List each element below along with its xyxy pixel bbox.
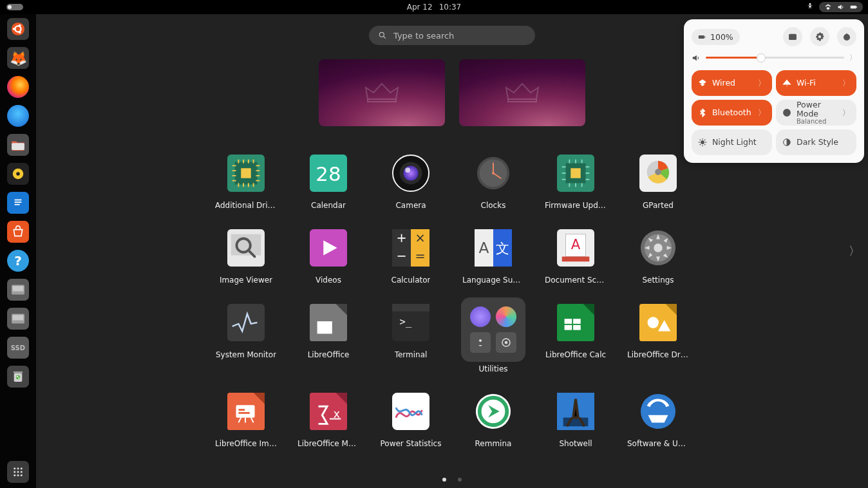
search-icon xyxy=(378,31,387,40)
app-label: LibreOffice Math xyxy=(297,439,359,448)
battery-pill[interactable]: 100% xyxy=(692,29,740,45)
system-status-area[interactable] xyxy=(819,2,863,12)
svg-point-49 xyxy=(655,169,661,175)
svg-point-25 xyxy=(14,471,15,473)
toggle-dark-style[interactable]: Dark Style xyxy=(776,129,856,155)
app-drivers[interactable]: Additional Driv… xyxy=(205,155,287,210)
search-input[interactable]: Type to search xyxy=(369,26,535,45)
app-label: Calendar xyxy=(311,201,346,210)
battery-icon xyxy=(850,3,858,11)
dock-app-files[interactable] xyxy=(7,134,29,156)
svg-text:A: A xyxy=(479,239,489,256)
app-lo-impress[interactable]: LibreOffice Imp… xyxy=(205,393,287,448)
next-page-arrow[interactable]: 〉 xyxy=(849,243,860,259)
toggle-wifi[interactable]: Wi-Fi 〉 xyxy=(776,70,856,96)
svg-point-88 xyxy=(648,317,659,328)
dock-app-trash[interactable] xyxy=(7,366,29,388)
app-shotwell[interactable]: Shotwell xyxy=(534,393,617,448)
app-camera[interactable]: Camera xyxy=(370,155,452,210)
app-imgview[interactable]: Image Viewer xyxy=(205,229,287,285)
dock-app-thunderbird[interactable] xyxy=(7,105,29,127)
app-swupd[interactable]: Software & Up… xyxy=(617,393,699,448)
svg-rect-18 xyxy=(13,315,24,320)
accessibility-icon[interactable] xyxy=(806,3,814,12)
app-docscan[interactable]: ADocument Scan… xyxy=(534,229,617,285)
app-label: Settings xyxy=(642,276,674,285)
app-remmina[interactable]: Remmina xyxy=(452,393,534,448)
workspace-2[interactable] xyxy=(459,59,585,126)
app-gparted[interactable]: GParted xyxy=(617,155,699,210)
app-videos[interactable]: Videos xyxy=(287,229,370,285)
svg-point-81 xyxy=(505,342,507,344)
app-sysmon[interactable]: System Monitor xyxy=(205,304,287,373)
settings-button[interactable] xyxy=(810,27,829,46)
toggle-wired[interactable]: Wired 〉 xyxy=(692,70,772,96)
workspace-1[interactable] xyxy=(319,59,445,126)
app-lo-start[interactable]: LibreOffice xyxy=(287,304,370,373)
svg-point-26 xyxy=(17,471,19,473)
svg-rect-14 xyxy=(15,204,20,205)
screenshot-button[interactable] xyxy=(783,27,802,46)
toggle-bluetooth[interactable]: Bluetooth 〉 xyxy=(692,100,772,126)
app-settings[interactable]: Settings xyxy=(617,229,699,285)
svg-point-10 xyxy=(16,172,20,176)
app-lo-draw[interactable]: LibreOffice Draw xyxy=(617,304,699,373)
dock-app-software[interactable] xyxy=(7,221,29,243)
page-dot-1[interactable] xyxy=(442,478,446,482)
topbar-date[interactable]: Apr 12 xyxy=(407,3,433,12)
svg-rect-101 xyxy=(699,35,704,39)
volume-slider[interactable]: 〉 xyxy=(692,53,856,62)
svg-rect-90 xyxy=(236,405,255,417)
power-button[interactable] xyxy=(837,27,856,46)
svg-point-28 xyxy=(14,474,15,476)
toggle-power-mode[interactable]: Power ModeBalanced 〉 xyxy=(776,100,856,126)
app-label: Software & Up… xyxy=(627,439,689,448)
page-indicator[interactable] xyxy=(36,478,868,482)
app-firmware[interactable]: Firmware Upda… xyxy=(534,155,617,210)
svg-point-40 xyxy=(405,167,410,173)
dock-app-gimp[interactable]: 🦊 xyxy=(7,47,29,69)
svg-point-39 xyxy=(403,165,418,180)
app-calc[interactable]: +×−=Calculator xyxy=(370,229,452,285)
app-terminal[interactable]: >_Terminal xyxy=(370,304,452,373)
app-lo-math[interactable]: xLibreOffice Math xyxy=(287,393,370,448)
dock-app-ssd[interactable]: SSD xyxy=(7,337,29,359)
dock-app-help[interactable]: ? xyxy=(7,250,29,272)
app-label: Document Scan… xyxy=(545,276,607,285)
toggle-night-light[interactable]: Night Light xyxy=(692,129,772,155)
topbar-time[interactable]: 10:37 xyxy=(439,3,462,12)
app-powerstats[interactable]: Power Statistics xyxy=(370,393,452,448)
dock-app-ubuntu[interactable] xyxy=(7,18,29,40)
svg-point-107 xyxy=(701,140,704,144)
svg-text:文: 文 xyxy=(496,240,509,256)
svg-rect-73 xyxy=(227,304,265,341)
battery-pct: 100% xyxy=(710,32,733,42)
volume-expand[interactable]: 〉 xyxy=(849,53,856,62)
app-folder[interactable]: Utilities xyxy=(452,304,534,373)
svg-point-30 xyxy=(21,474,23,476)
dock-app-disk-a[interactable] xyxy=(7,279,29,301)
activities-pill[interactable] xyxy=(6,4,23,10)
svg-rect-16 xyxy=(13,286,24,291)
dock-app-disk-b[interactable] xyxy=(7,308,29,330)
show-applications-button[interactable] xyxy=(7,461,29,483)
app-lang[interactable]: A文Language Supp… xyxy=(452,229,534,285)
app-label: Image Viewer xyxy=(220,276,272,285)
page-dot-2[interactable] xyxy=(458,478,462,482)
svg-point-21 xyxy=(16,375,20,379)
app-calendar[interactable]: 28Calendar xyxy=(287,155,370,210)
svg-point-24 xyxy=(21,467,23,469)
svg-point-31 xyxy=(379,32,384,37)
svg-point-72 xyxy=(654,243,663,252)
dock-app-firefox[interactable] xyxy=(7,76,29,98)
app-label: Power Statistics xyxy=(381,439,442,448)
dock-app-rhythmbox[interactable] xyxy=(7,163,29,185)
app-label: LibreOffice xyxy=(308,350,350,359)
dock-app-writer[interactable] xyxy=(7,192,29,214)
svg-rect-46 xyxy=(571,168,580,178)
dock: 🦊 ? SSD xyxy=(0,14,36,488)
svg-text:=: = xyxy=(415,249,425,263)
svg-point-23 xyxy=(17,467,19,469)
app-lo-calc[interactable]: LibreOffice Calc xyxy=(534,304,617,373)
app-clocks[interactable]: Clocks xyxy=(452,155,534,210)
